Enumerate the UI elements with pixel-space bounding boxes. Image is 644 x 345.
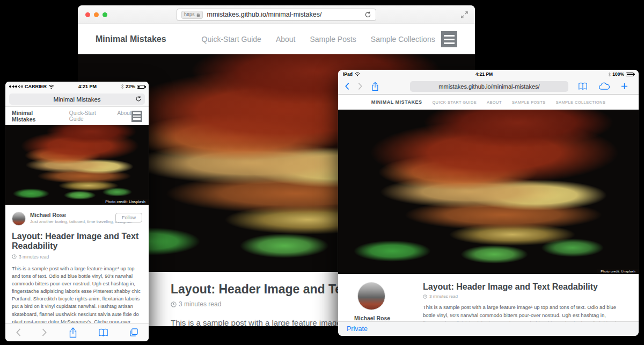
ipad-status-bar: iPad 4:21 PM 100% <box>338 70 639 78</box>
signal-dots-icon <box>9 85 23 88</box>
new-tab-plus-icon[interactable] <box>621 83 628 90</box>
status-time: 4:21 PM <box>54 84 121 89</box>
icloud-tabs-icon[interactable] <box>598 82 610 90</box>
menu-hamburger-icon[interactable] <box>441 31 457 47</box>
site-brand-link[interactable]: Minimal Mistakes <box>96 34 166 44</box>
site-masthead: MINIMAL MISTAKES QUICK-START GUIDE ABOUT… <box>338 95 639 110</box>
read-time-text: 3 minutes read <box>179 300 221 308</box>
header-feature-image: Photo credit: Unsplash <box>338 110 639 274</box>
forward-icon[interactable] <box>42 328 47 337</box>
nav-link-about[interactable]: About <box>117 110 131 122</box>
wifi-icon <box>48 84 54 89</box>
address-bar[interactable]: https mmistakes.github.io/minimal-mistak… <box>177 9 376 21</box>
browser-titlebar: https mmistakes.github.io/minimal-mistak… <box>78 5 475 24</box>
site-masthead: Minimal Mistakes Quick-Start Guide About… <box>78 24 475 54</box>
site-masthead: Minimal Mistakes Quick-Start Guide About <box>5 107 149 125</box>
carrier-label: CARRIER <box>25 84 47 89</box>
site-nav: Quick-Start Guide About <box>69 110 131 122</box>
site-brand-link[interactable]: Minimal Mistakes <box>12 110 56 123</box>
url-text: mmistakes.github.io/minimal-mistakes/ <box>438 83 539 90</box>
close-window-icon[interactable] <box>85 12 90 17</box>
author-block: Michael Rose Just another boring, tattoo… <box>5 205 149 226</box>
menu-hamburger-icon[interactable] <box>131 111 142 122</box>
safari-toolbar: mmistakes.github.io/minimal-mistakes/ <box>338 78 639 95</box>
address-field[interactable]: mmistakes.github.io/minimal-mistakes/ <box>410 81 568 92</box>
toolbar-right-icons <box>578 82 628 90</box>
device-label: iPad <box>343 71 353 77</box>
window-controls <box>85 12 107 17</box>
photo-credit: Photo credit: Unsplash <box>102 199 149 205</box>
nav-link-quick-start-guide[interactable]: Quick-Start Guide <box>69 110 109 122</box>
read-time-text: 3 minutes read <box>429 294 458 299</box>
author-name: Michael Rose <box>354 315 390 321</box>
bookmarks-icon[interactable] <box>98 328 108 337</box>
zoom-window-icon[interactable] <box>103 12 107 17</box>
site-nav: QUICK-START GUIDE ABOUT SAMPLE POSTS SAM… <box>432 100 605 105</box>
share-icon[interactable] <box>69 327 77 338</box>
back-icon[interactable] <box>345 82 349 90</box>
bluetooth-icon <box>608 72 611 77</box>
page-title-text: Minimal Mistakes <box>53 96 100 103</box>
battery-icon <box>626 73 634 76</box>
reload-icon[interactable] <box>364 11 371 18</box>
forward-icon[interactable] <box>358 82 363 90</box>
battery-percent: 100% <box>612 71 624 77</box>
clock-icon <box>12 254 17 259</box>
bluetooth-icon <box>121 84 124 89</box>
author-avatar <box>12 212 26 226</box>
safari-bottom-toolbar <box>5 323 149 341</box>
nav-link-sample-posts[interactable]: SAMPLE POSTS <box>512 100 546 105</box>
read-time: 3 minutes read <box>5 254 149 260</box>
nav-link-quick-start-guide[interactable]: Quick-Start Guide <box>202 35 261 44</box>
site-brand-link[interactable]: MINIMAL MISTAKES <box>371 99 422 105</box>
photo-credit: Photo credit: Unsplash <box>597 269 639 274</box>
back-icon[interactable] <box>16 328 21 337</box>
iphone-url-bar: Minimal Mistakes <box>5 91 149 107</box>
https-label: https <box>184 12 195 17</box>
wifi-icon <box>355 72 360 76</box>
clock-icon <box>423 294 427 299</box>
nav-link-about[interactable]: About <box>276 35 296 44</box>
nav-link-about[interactable]: ABOUT <box>487 100 502 105</box>
lock-icon <box>196 12 200 17</box>
follow-button[interactable]: Follow <box>115 213 142 222</box>
https-badge: https <box>181 11 203 19</box>
clock-icon <box>171 301 177 307</box>
tabs-icon[interactable] <box>129 328 138 337</box>
iphone-status-bar: CARRIER 4:21 PM 22% <box>5 82 149 91</box>
reload-icon[interactable] <box>135 96 142 102</box>
nav-link-sample-collections[interactable]: Sample Collections <box>371 35 435 44</box>
battery-percent: 22% <box>126 84 135 89</box>
minimize-window-icon[interactable] <box>94 12 99 17</box>
nav-link-sample-collections[interactable]: SAMPLE COLLECTIONS <box>556 100 606 105</box>
address-field[interactable]: Minimal Mistakes <box>9 94 145 105</box>
iphone-device: CARRIER 4:21 PM 22% Minimal Mistakes Min… <box>5 82 149 341</box>
post-title: Layout: Header Image and Text Readabilit… <box>423 282 625 292</box>
bookmarks-icon[interactable] <box>578 82 588 90</box>
fullscreen-icon[interactable] <box>461 11 468 18</box>
author-avatar <box>357 282 385 310</box>
share-icon[interactable] <box>371 82 379 91</box>
header-feature-image: Photo credit: Unsplash <box>5 125 149 205</box>
battery-icon <box>137 85 145 89</box>
site-nav: Quick-Start Guide About Sample Posts Sam… <box>202 35 435 44</box>
private-button[interactable]: Private <box>347 325 368 333</box>
ipad-device: iPad 4:21 PM 100% mmistakes.github.io/mi… <box>338 70 639 336</box>
status-time: 4:21 PM <box>360 71 608 77</box>
read-time-text: 3 minutes read <box>19 254 49 260</box>
url-text: mmistakes.github.io/minimal-mistakes/ <box>207 11 364 18</box>
read-time: 3 minutes read <box>423 294 625 299</box>
post-title: Layout: Header Image and Text Readabilit… <box>5 232 149 251</box>
nav-link-quick-start-guide[interactable]: QUICK-START GUIDE <box>432 100 477 105</box>
nav-link-sample-posts[interactable]: Sample Posts <box>310 35 356 44</box>
private-browsing-bar: Private <box>338 321 639 336</box>
